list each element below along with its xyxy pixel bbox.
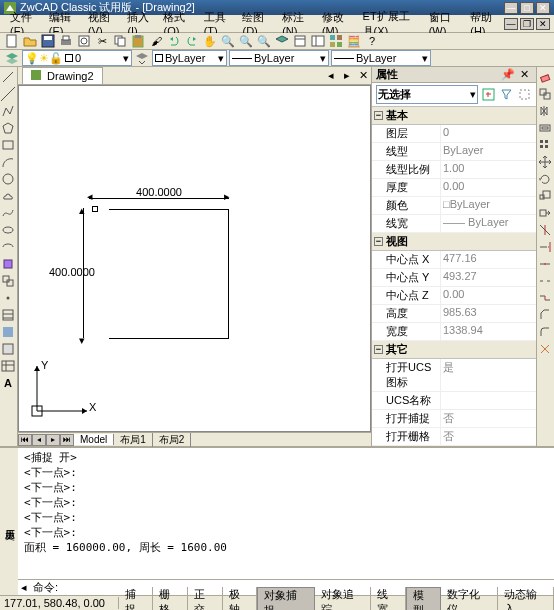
break-icon[interactable] <box>537 273 553 289</box>
prop-value[interactable]: 1.00 <box>440 161 536 178</box>
prop-value[interactable]: 0.00 <box>440 179 536 196</box>
status-栅格[interactable]: 栅格 <box>153 587 188 610</box>
cat-view[interactable]: −视图 <box>372 233 536 251</box>
chamfer-icon[interactable] <box>537 307 553 323</box>
status-捕捉[interactable]: 捕捉 <box>119 587 154 610</box>
save-icon[interactable] <box>40 33 56 49</box>
redo-icon[interactable] <box>184 33 200 49</box>
prop-value[interactable]: —— ByLayer <box>440 215 536 232</box>
status-正交[interactable]: 正交 <box>188 587 223 610</box>
prop-value[interactable]: 是 <box>440 359 536 391</box>
prop-row[interactable]: 图层0 <box>372 125 536 143</box>
fillet-icon[interactable] <box>537 324 553 340</box>
prop-row[interactable]: 线宽—— ByLayer <box>372 215 536 233</box>
circle-icon[interactable] <box>0 171 16 187</box>
tab-prev-icon[interactable]: ◂ <box>32 434 46 446</box>
paste-icon[interactable] <box>130 33 146 49</box>
zoom-prev-icon[interactable]: 🔍 <box>256 33 272 49</box>
cmd-history[interactable]: <捕捉 开> <下一点>: <下一点>: <下一点>: <下一点>: <下一点>… <box>18 448 554 579</box>
prop-value[interactable]: 1338.94 <box>440 323 536 340</box>
calc-icon[interactable]: 🧮 <box>346 33 362 49</box>
doc-restore-button[interactable]: ❐ <box>520 18 534 30</box>
prop-value[interactable]: 0.00 <box>440 287 536 304</box>
copy-icon[interactable] <box>112 33 128 49</box>
dc-icon[interactable] <box>310 33 326 49</box>
tab-layout2[interactable]: 布局2 <box>153 433 192 447</box>
rect-icon[interactable] <box>0 137 16 153</box>
tab-left-icon[interactable]: ◂ <box>323 68 339 84</box>
join-icon[interactable] <box>537 290 553 306</box>
prop-row[interactable]: 打开UCS图标是 <box>372 359 536 392</box>
ellipse-icon[interactable] <box>0 222 16 238</box>
prop-value[interactable]: 477.16 <box>440 251 536 268</box>
tab-close-icon[interactable]: ✕ <box>355 68 371 84</box>
status-对象追踪[interactable]: 对象追踪 <box>315 587 371 610</box>
doc-tab[interactable]: Drawing2 <box>22 67 103 84</box>
prop-row[interactable]: 厚度0.00 <box>372 179 536 197</box>
table-icon[interactable] <box>0 358 16 374</box>
ellipse-arc-icon[interactable] <box>0 239 16 255</box>
prop-row[interactable]: 线型比例1.00 <box>372 161 536 179</box>
status-极轴[interactable]: 极轴 <box>223 587 258 610</box>
prop-row[interactable]: 打开栅格否 <box>372 428 536 446</box>
prop-value[interactable]: 493.27 <box>440 269 536 286</box>
rotate-icon[interactable] <box>537 171 553 187</box>
tab-first-icon[interactable]: ⏮ <box>18 434 32 446</box>
prop-row[interactable]: 中心点 Z0.00 <box>372 287 536 305</box>
status-线宽[interactable]: 线宽 <box>371 587 406 610</box>
trim-icon[interactable] <box>537 222 553 238</box>
toolpal-icon[interactable] <box>328 33 344 49</box>
prop-row[interactable]: 打开捕捉否 <box>372 410 536 428</box>
mtext-icon[interactable]: A <box>0 375 16 391</box>
color-combo[interactable]: ByLayer ▾ <box>152 50 227 66</box>
close-button[interactable]: ✕ <box>536 2 550 14</box>
tab-layout1[interactable]: 布局1 <box>114 433 153 447</box>
status-模型[interactable]: 模型 <box>406 587 442 610</box>
revcloud-icon[interactable] <box>0 188 16 204</box>
layer-combo[interactable]: 💡 ☀ 🔓 0 ▾ <box>22 50 132 66</box>
prop-row[interactable]: 中心点 X477.16 <box>372 251 536 269</box>
prop-value[interactable] <box>440 392 536 409</box>
status-动态输入[interactable]: 动态输入 <box>498 587 554 610</box>
scale-icon[interactable] <box>537 188 553 204</box>
explode-icon[interactable] <box>537 341 553 357</box>
preview-icon[interactable] <box>76 33 92 49</box>
minimize-button[interactable]: — <box>504 2 518 14</box>
point-icon[interactable] <box>0 290 16 306</box>
gradient-icon[interactable] <box>0 324 16 340</box>
open-icon[interactable] <box>22 33 38 49</box>
block-icon[interactable] <box>0 273 16 289</box>
prop-row[interactable]: 中心点 Y493.27 <box>372 269 536 287</box>
prop-row[interactable]: 线型ByLayer <box>372 143 536 161</box>
erase-icon[interactable] <box>537 69 553 85</box>
offset-icon[interactable] <box>537 120 553 136</box>
prop-value[interactable]: 985.63 <box>440 305 536 322</box>
copy-m-icon[interactable] <box>537 86 553 102</box>
tab-next-icon[interactable]: ▸ <box>46 434 60 446</box>
tab-model[interactable]: Model <box>74 434 114 445</box>
layer-prev-icon[interactable] <box>134 50 150 66</box>
layer-mgr-icon[interactable] <box>274 33 290 49</box>
prop-value[interactable]: 0 <box>440 125 536 142</box>
print-icon[interactable] <box>58 33 74 49</box>
zoom-win-icon[interactable]: 🔍 <box>238 33 254 49</box>
pick-add-icon[interactable] <box>480 87 496 103</box>
line-icon[interactable] <box>0 69 16 85</box>
match-icon[interactable]: 🖌 <box>148 33 164 49</box>
doc-close-button[interactable]: ✕ <box>536 18 550 30</box>
lineweight-combo[interactable]: ByLayer ▾ <box>331 50 431 66</box>
prop-value[interactable]: □ByLayer <box>440 197 536 214</box>
selection-combo[interactable]: 无选择 ▾ <box>376 85 478 104</box>
prop-row[interactable]: 颜色□ByLayer <box>372 197 536 215</box>
cut-icon[interactable]: ✂ <box>94 33 110 49</box>
select-obj-icon[interactable] <box>516 87 532 103</box>
status-数字化仪[interactable]: 数字化仪 <box>441 587 497 610</box>
stretch-icon[interactable] <box>537 205 553 221</box>
cmd-scroll-icon[interactable]: ◂ <box>18 581 30 594</box>
cat-other[interactable]: −其它 <box>372 341 536 359</box>
pan-icon[interactable]: ✋ <box>202 33 218 49</box>
array-icon[interactable] <box>537 137 553 153</box>
help-icon[interactable]: ? <box>364 33 380 49</box>
drawing-canvas[interactable]: 400.0000 ◂ ▸ 400.0000 ▴ ▾ <box>18 85 371 432</box>
prop-row[interactable]: 宽度1338.94 <box>372 323 536 341</box>
